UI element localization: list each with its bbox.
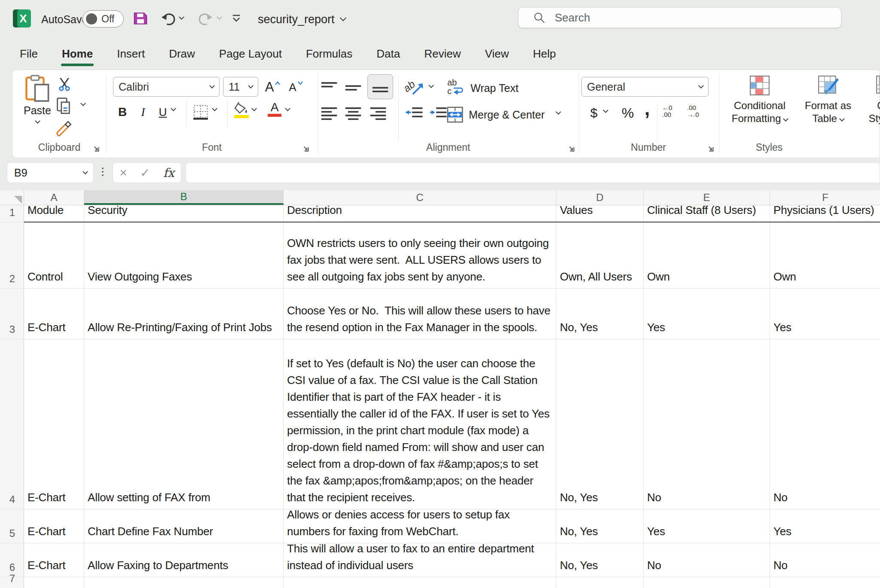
tab-review[interactable]: Review — [424, 47, 461, 61]
copy-dropdown[interactable] — [81, 103, 85, 107]
cell-B2[interactable]: View Outgoing Faxes — [84, 222, 284, 288]
fill-color-dropdown[interactable] — [252, 108, 256, 112]
search-input[interactable]: Search — [518, 7, 841, 28]
cell-A5[interactable]: E-Chart — [24, 509, 84, 543]
tab-formulas[interactable]: Formulas — [306, 47, 352, 61]
cell-E3[interactable]: Yes — [644, 289, 770, 339]
tab-page-layout[interactable]: Page Layout — [219, 47, 282, 61]
wrap-text-button[interactable]: ab c Wrap Text — [446, 79, 519, 97]
cut-button[interactable] — [56, 76, 73, 92]
cell-C3[interactable]: Choose Yes or No. This will allow these … — [284, 289, 556, 339]
percent-format-button[interactable]: % — [618, 103, 637, 123]
cell-D7[interactable] — [556, 577, 644, 588]
cell-D4[interactable]: No, Yes — [556, 339, 644, 509]
cell-E4[interactable]: No — [644, 339, 770, 509]
cell-C7[interactable] — [284, 577, 556, 588]
cell-C6[interactable]: This will allow a user to fax to an enti… — [284, 543, 556, 577]
font-color-dropdown[interactable] — [286, 108, 290, 112]
conditional-formatting-button[interactable]: Conditional Formatting — [726, 75, 794, 125]
cell-B7[interactable] — [84, 577, 284, 588]
tab-help[interactable]: Help — [533, 47, 556, 61]
align-left-button[interactable] — [320, 106, 338, 121]
number-format-select[interactable]: General — [581, 77, 709, 97]
tab-home[interactable]: Home — [62, 47, 93, 61]
cell-D2[interactable]: Own, All Users — [556, 222, 644, 288]
merge-center-dropdown[interactable] — [556, 111, 560, 115]
cell-B1[interactable]: Security — [84, 205, 284, 222]
borders-dropdown[interactable] — [213, 108, 217, 112]
cell-D6[interactable]: No, Yes — [556, 543, 644, 577]
row-header-7[interactable]: 7 — [0, 577, 24, 588]
copy-button[interactable] — [55, 97, 73, 116]
cell-F7[interactable] — [770, 577, 880, 588]
cell-D1[interactable]: Values — [556, 205, 644, 222]
increase-font-size-button[interactable]: A — [263, 78, 283, 97]
font-color-button[interactable]: A — [268, 101, 281, 117]
cell-styles-button[interactable]: Cell Styles — [862, 75, 880, 125]
currency-format-button[interactable]: $ — [587, 103, 601, 123]
formula-bar-resize-handle[interactable] — [102, 168, 104, 176]
cell-C2[interactable]: OWN restricts users to only seeing their… — [284, 222, 556, 288]
cancel-button[interactable]: × — [119, 165, 127, 180]
tab-file[interactable]: File — [20, 47, 38, 61]
top-align-button[interactable] — [320, 80, 338, 95]
format-as-table-button[interactable]: Format as Table — [798, 75, 858, 125]
font-name-select[interactable]: Calibri — [113, 77, 220, 97]
bold-button[interactable]: B — [114, 103, 131, 122]
cell-C5[interactable]: Allows or denies access for users to set… — [284, 509, 556, 543]
decrease-font-size-button[interactable]: A — [286, 78, 306, 97]
cell-F2[interactable]: Own — [770, 222, 880, 288]
cell-C4[interactable]: If set to Yes (default is No) the user c… — [284, 339, 556, 509]
tab-data[interactable]: Data — [376, 47, 400, 61]
fill-color-button[interactable] — [233, 102, 250, 118]
tab-insert[interactable]: Insert — [117, 47, 145, 61]
italic-button[interactable]: I — [135, 103, 151, 122]
cell-E1[interactable]: Clinical Staff (8 Users) — [644, 205, 770, 222]
row-header-4[interactable]: 4 — [0, 339, 24, 509]
increase-indent-button[interactable] — [428, 106, 448, 121]
cell-A3[interactable]: E-Chart — [24, 289, 84, 339]
middle-align-button[interactable] — [344, 80, 362, 95]
row-header-5[interactable]: 5 — [0, 509, 24, 543]
row-header-3[interactable]: 3 — [0, 289, 24, 339]
insert-function-button[interactable]: fx — [163, 166, 174, 180]
cell-B5[interactable]: Chart Define Fax Number — [84, 509, 284, 543]
cell-E7[interactable] — [644, 577, 770, 588]
cell-E2[interactable]: Own — [644, 222, 770, 288]
alignment-dialog-launcher[interactable] — [568, 145, 575, 152]
cell-A2[interactable]: Control — [24, 222, 84, 288]
currency-dropdown[interactable] — [604, 110, 608, 113]
cell-F5[interactable]: Yes — [770, 509, 880, 543]
undo-button[interactable] — [160, 10, 177, 27]
center-button[interactable] — [344, 106, 362, 121]
cell-F1[interactable]: Physicians (1 Users) — [770, 205, 880, 222]
bottom-align-button[interactable] — [367, 74, 393, 99]
cell-D3[interactable]: No, Yes — [556, 289, 644, 339]
underline-dropdown[interactable] — [171, 108, 175, 112]
formula-input[interactable] — [186, 162, 880, 183]
cell-A6[interactable]: E-Chart — [24, 543, 84, 577]
font-dialog-launcher[interactable] — [302, 145, 310, 152]
decrease-decimal-button[interactable]: .00 →.0 — [687, 104, 699, 118]
column-header-D[interactable]: D — [556, 190, 644, 205]
decrease-indent-button[interactable] — [404, 106, 424, 121]
cell-C1[interactable]: Description — [284, 205, 556, 222]
cell-F3[interactable]: Yes — [770, 289, 880, 339]
cell-F6[interactable]: No — [770, 543, 880, 577]
cell-E5[interactable]: Yes — [644, 509, 770, 543]
cell-B4[interactable]: Allow setting of FAX from — [84, 339, 284, 509]
increase-decimal-button[interactable]: ←0 .00 — [662, 104, 672, 118]
column-header-E[interactable]: E — [644, 190, 770, 205]
column-header-B[interactable]: B — [84, 190, 284, 205]
column-header-F[interactable]: F — [770, 190, 880, 205]
cell-F4[interactable]: No — [770, 339, 880, 509]
cell-B3[interactable]: Allow Re-Printing/Faxing of Print Jobs — [84, 289, 284, 339]
cell-B6[interactable]: Allow Faxing to Departments — [84, 543, 284, 577]
undo-dropdown[interactable] — [180, 16, 183, 20]
align-right-button[interactable] — [369, 106, 387, 121]
customize-quick-access-button[interactable] — [231, 13, 241, 24]
format-painter-button[interactable] — [55, 119, 73, 138]
save-button[interactable] — [132, 10, 149, 27]
paste-button[interactable]: Paste — [20, 74, 55, 124]
excel-logo-icon[interactable]: X — [13, 9, 31, 27]
